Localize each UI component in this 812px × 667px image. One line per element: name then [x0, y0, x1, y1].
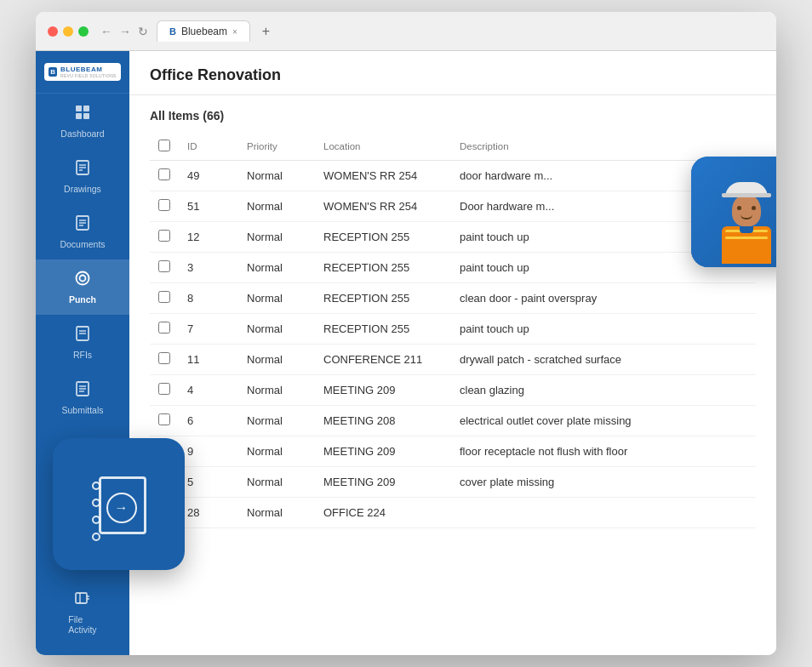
sidebar-item-documents[interactable]: Documents — [36, 204, 129, 259]
svg-rect-1 — [83, 105, 89, 111]
header-priority: Priority — [238, 133, 315, 161]
row-description — [451, 498, 756, 528]
drawings-label: Drawings — [64, 184, 101, 194]
row-description: drywall patch - scratched surface — [451, 345, 756, 375]
sidebar-item-rfis[interactable]: RFIs — [36, 315, 129, 370]
table-row[interactable]: 12 Normal RECEPTION 255 paint touch up — [150, 222, 756, 253]
table-row[interactable]: 51 Normal WOMEN'S RR 254 Door hardware m… — [150, 191, 756, 222]
file-activity-icon — [74, 590, 91, 611]
row-priority: Normal — [238, 283, 315, 314]
sidebar-item-dashboard[interactable]: Dashboard — [36, 94, 129, 149]
row-priority: Normal — [238, 222, 315, 253]
content-area[interactable]: All Items (66) ID Priority Location Desc… — [129, 95, 776, 655]
row-checkbox-8[interactable] — [158, 413, 170, 425]
table-header-row: ID Priority Location Description — [150, 133, 756, 161]
row-checkbox-1[interactable] — [158, 199, 170, 211]
submittals-icon — [74, 380, 91, 402]
file-activity-label: FileActivity — [68, 614, 96, 635]
dashboard-label: Dashboard — [60, 128, 104, 139]
svg-point-13 — [80, 276, 86, 282]
table-row[interactable]: 11 Normal CONFERENCE 211 drywall patch -… — [150, 345, 756, 375]
row-priority: Normal — [238, 253, 315, 283]
row-checkbox-5[interactable] — [158, 322, 170, 334]
table-row[interactable]: 49 Normal WOMEN'S RR 254 door hardware m… — [150, 161, 756, 191]
browser-window: ← → ↻ B Bluebeam × + B BLUEBEAM REVU FIE… — [36, 12, 776, 655]
row-location: MEETING 209 — [315, 375, 451, 406]
browser-tab[interactable]: B Bluebeam × — [157, 20, 250, 42]
sidebar-item-file-activity[interactable]: FileActivity — [36, 579, 129, 645]
row-priority: Normal — [238, 375, 315, 406]
back-button[interactable]: ← — [100, 25, 112, 38]
sidebar-item-punch[interactable]: Punch — [36, 259, 129, 315]
notebook-icon — [92, 475, 146, 534]
row-id: 51 — [179, 191, 238, 222]
row-id: 6 — [179, 406, 238, 436]
row-checkbox-4[interactable] — [158, 291, 170, 303]
table-row[interactable]: 9 Normal MEETING 209 floor receptacle no… — [150, 436, 756, 467]
row-location: MEETING 209 — [315, 467, 451, 498]
header-checkbox[interactable] — [150, 133, 179, 161]
row-checkbox-2[interactable] — [158, 230, 170, 242]
logo-sub: REVU FIELD SOLUTIONS — [60, 73, 117, 78]
row-checkbox-cell[interactable] — [150, 406, 179, 436]
table-row[interactable]: 8 Normal RECEPTION 255 clean door - pain… — [150, 283, 756, 314]
select-all-checkbox[interactable] — [158, 140, 170, 151]
svg-rect-3 — [83, 113, 89, 119]
tab-close-button[interactable]: × — [232, 27, 237, 37]
table-row[interactable]: 5 Normal MEETING 209 cover plate missing — [150, 467, 756, 498]
new-tab-button[interactable]: + — [262, 24, 270, 39]
row-checkbox-3[interactable] — [158, 260, 170, 272]
sidebar-bottom: FileActivity — [36, 579, 129, 655]
table-row[interactable]: 3 Normal RECEPTION 255 paint touch up — [150, 253, 756, 283]
row-priority: Normal — [238, 436, 315, 467]
row-checkbox-0[interactable] — [158, 168, 170, 180]
row-checkbox-cell[interactable] — [150, 253, 179, 283]
main-content: Office Renovation All Items (66) ID Prio… — [129, 51, 776, 655]
row-description: electrical outlet cover plate missing — [451, 406, 756, 436]
browser-chrome: ← → ↻ B Bluebeam × + — [36, 12, 776, 51]
data-table: ID Priority Location Description 49 Norm… — [150, 133, 756, 528]
table-row[interactable]: 7 Normal RECEPTION 255 paint touch up — [150, 314, 756, 345]
maximize-button[interactable] — [78, 26, 89, 37]
rfis-icon — [74, 325, 91, 346]
sidebar-item-submittals[interactable]: Submittals — [36, 370, 129, 425]
row-location: WOMEN'S RR 254 — [315, 161, 451, 191]
row-checkbox-7[interactable] — [158, 383, 170, 395]
row-priority: Normal — [238, 161, 315, 191]
row-checkbox-cell[interactable] — [150, 222, 179, 253]
documents-icon — [74, 214, 91, 236]
table-body: 49 Normal WOMEN'S RR 254 door hardware m… — [150, 161, 756, 528]
worker-card — [691, 157, 776, 267]
logo-text: BLUEBEAM — [60, 66, 117, 73]
window-controls — [48, 26, 89, 37]
refresh-button[interactable]: ↻ — [138, 25, 148, 38]
table-row[interactable]: 6 Normal MEETING 208 electrical outlet c… — [150, 406, 756, 436]
row-location: WOMEN'S RR 254 — [315, 191, 451, 222]
row-id: 8 — [179, 283, 238, 314]
row-checkbox-cell[interactable] — [150, 283, 179, 314]
row-priority: Normal — [238, 467, 315, 498]
row-id: 49 — [179, 161, 238, 191]
close-button[interactable] — [48, 26, 58, 37]
documents-label: Documents — [60, 239, 105, 249]
row-priority: Normal — [238, 345, 315, 375]
action-card-icon — [92, 475, 146, 534]
row-priority: Normal — [238, 406, 315, 436]
sidebar-item-drawings[interactable]: Drawings — [36, 149, 129, 204]
page-header: Office Renovation — [129, 51, 776, 95]
worker-card-inner — [691, 157, 776, 267]
row-id: 28 — [179, 498, 238, 528]
row-checkbox-cell[interactable] — [150, 345, 179, 375]
punch-icon — [74, 270, 91, 291]
row-checkbox-cell[interactable] — [150, 191, 179, 222]
rfis-label: RFIs — [73, 350, 92, 360]
row-checkbox-6[interactable] — [158, 352, 170, 364]
table-row[interactable]: 4 Normal MEETING 209 clean glazing — [150, 375, 756, 406]
forward-button[interactable]: → — [119, 25, 131, 38]
row-location: MEETING 208 — [315, 406, 451, 436]
table-row[interactable]: 28 Normal OFFICE 224 — [150, 498, 756, 528]
row-checkbox-cell[interactable] — [150, 375, 179, 406]
minimize-button[interactable] — [63, 26, 73, 37]
row-checkbox-cell[interactable] — [150, 161, 179, 191]
row-checkbox-cell[interactable] — [150, 314, 179, 345]
